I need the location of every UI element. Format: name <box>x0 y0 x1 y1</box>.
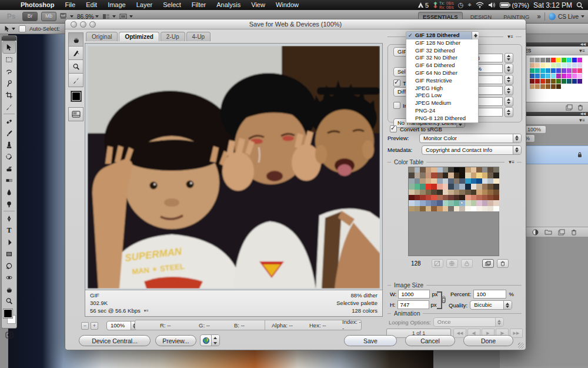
color-swatch[interactable] <box>567 74 572 78</box>
slice-select-tool[interactable] <box>68 46 83 59</box>
color-table-swatch[interactable] <box>459 200 465 205</box>
preset-menu-item[interactable]: GIF 64 Dithered <box>406 62 478 69</box>
color-table-swatch[interactable] <box>465 190 471 195</box>
marquee-tool[interactable] <box>3 54 15 65</box>
color-table-swatch[interactable] <box>465 173 471 178</box>
menu-photoshop[interactable]: Photoshop <box>15 0 59 10</box>
color-table-swatch[interactable] <box>476 190 482 195</box>
resize-grip[interactable] <box>518 343 524 349</box>
color-table-swatch[interactable] <box>426 190 432 195</box>
color-swatch[interactable] <box>556 84 561 89</box>
color-table-swatch[interactable] <box>482 190 488 195</box>
color-swatch[interactable] <box>577 63 582 68</box>
color-swatch[interactable] <box>556 74 561 78</box>
color-swatch[interactable] <box>535 68 540 73</box>
color-swatch[interactable] <box>546 79 550 84</box>
map-transparency-button[interactable] <box>432 259 443 268</box>
menu-item[interactable]: Window <box>270 0 304 10</box>
color-table-swatch[interactable] <box>437 178 443 184</box>
preview-photo[interactable]: SUPERMAN MAN ✶ STEEL <box>88 46 380 289</box>
color-table-swatch[interactable] <box>437 206 443 211</box>
menu-item[interactable]: Layer <box>131 0 158 10</box>
color-table-swatch[interactable] <box>471 167 477 173</box>
new-color-button[interactable] <box>482 259 494 268</box>
preset-menu-item[interactable]: GIF Restrictive <box>406 77 478 85</box>
color-table-swatch[interactable] <box>415 173 420 178</box>
color-swatch[interactable] <box>551 84 556 89</box>
mini-bridge-button[interactable]: Mb <box>41 12 56 21</box>
quick-mask-button[interactable] <box>3 329 15 341</box>
color-swatch[interactable] <box>546 58 550 62</box>
color-swatch[interactable] <box>572 68 577 73</box>
color-table-swatch[interactable] <box>482 167 488 173</box>
color-table-swatch[interactable] <box>471 190 477 195</box>
eyedropper-tool[interactable] <box>3 101 15 112</box>
preview-in-browser-button[interactable]: Preview... <box>155 335 196 346</box>
percent-value[interactable]: 100 <box>473 290 506 299</box>
color-swatch[interactable] <box>551 58 556 62</box>
shape-tool[interactable] <box>3 248 15 260</box>
menu-item[interactable]: Analysis <box>211 0 246 10</box>
color-table-swatch[interactable] <box>482 184 488 189</box>
color-table-swatch[interactable] <box>420 184 426 189</box>
color-table-swatch[interactable] <box>431 178 437 184</box>
color-table-swatch[interactable] <box>415 184 420 189</box>
color-table-swatch[interactable] <box>448 200 454 205</box>
color-table-swatch[interactable] <box>482 178 488 184</box>
browser-select[interactable] <box>200 334 220 346</box>
color-table-swatch[interactable] <box>437 195 443 200</box>
preview-tab[interactable]: Optimized <box>119 32 159 41</box>
color-table-swatch[interactable] <box>487 167 493 173</box>
color-table-swatch[interactable] <box>476 184 482 189</box>
color-table-swatch[interactable] <box>493 184 499 189</box>
zoom-out-button[interactable]: − <box>81 322 89 330</box>
color-table-swatch[interactable] <box>426 200 432 205</box>
convert-srgb-checkbox[interactable] <box>390 125 397 132</box>
panel-menu-icon[interactable]: ▼≡ <box>578 48 584 54</box>
color-table-swatch[interactable] <box>465 167 471 173</box>
brush-tool[interactable] <box>3 127 15 139</box>
quality-dropdown[interactable]: Bicubic <box>470 300 512 310</box>
color-table-swatch[interactable] <box>471 200 477 205</box>
preset-menu-item[interactable]: JPEG Low <box>406 92 478 100</box>
preset-menu-item[interactable]: GIF 32 No Dither <box>406 54 478 62</box>
color-table-swatch[interactable] <box>426 167 432 173</box>
color-table-swatch[interactable] <box>431 195 437 200</box>
color-swatch[interactable] <box>572 63 577 68</box>
color-swatch[interactable] <box>577 74 582 78</box>
color-table-swatch[interactable] <box>459 167 465 173</box>
color-swatch[interactable] <box>577 58 582 62</box>
color-table-swatch[interactable] <box>448 190 454 195</box>
time-machine-icon[interactable]: ◷ <box>458 1 464 9</box>
color-table-swatch[interactable] <box>454 200 460 205</box>
menu-item[interactable]: File <box>59 0 81 10</box>
zoom-tool[interactable] <box>3 295 15 307</box>
color-table-swatch[interactable] <box>459 184 465 189</box>
color-table-swatch[interactable] <box>487 200 493 205</box>
color-table-swatch[interactable] <box>443 178 449 184</box>
color-swatch[interactable] <box>535 79 540 84</box>
color-table-swatch[interactable] <box>476 178 482 184</box>
color-table-swatch[interactable] <box>454 195 460 200</box>
delete-color-button[interactable] <box>497 259 509 268</box>
location-icon[interactable]: ⌖ <box>467 1 471 9</box>
color-swatch[interactable] <box>530 68 534 73</box>
color-table-swatch[interactable] <box>493 178 499 184</box>
preview-tab[interactable]: 2-Up <box>161 32 185 41</box>
cancel-button[interactable]: Cancel <box>405 335 455 346</box>
color-table-swatch[interactable] <box>465 200 471 205</box>
blur-tool[interactable] <box>3 186 15 198</box>
color-table-swatch[interactable] <box>437 184 443 189</box>
color-table-swatch[interactable] <box>415 190 420 195</box>
color-table-swatch[interactable] <box>487 173 493 178</box>
color-swatch[interactable] <box>530 63 534 68</box>
hand-tool[interactable] <box>68 32 83 46</box>
color-swatch[interactable] <box>562 74 566 78</box>
done-button[interactable]: Done <box>463 335 513 346</box>
color-table-swatch[interactable] <box>465 184 471 189</box>
orbit-3d-tool[interactable] <box>3 271 15 283</box>
color-table-swatch[interactable] <box>454 206 460 211</box>
preset-menu-item[interactable]: PNG-8 128 Dithered <box>406 115 478 122</box>
color-swatch[interactable] <box>546 84 550 89</box>
color-swatch[interactable] <box>530 84 534 89</box>
